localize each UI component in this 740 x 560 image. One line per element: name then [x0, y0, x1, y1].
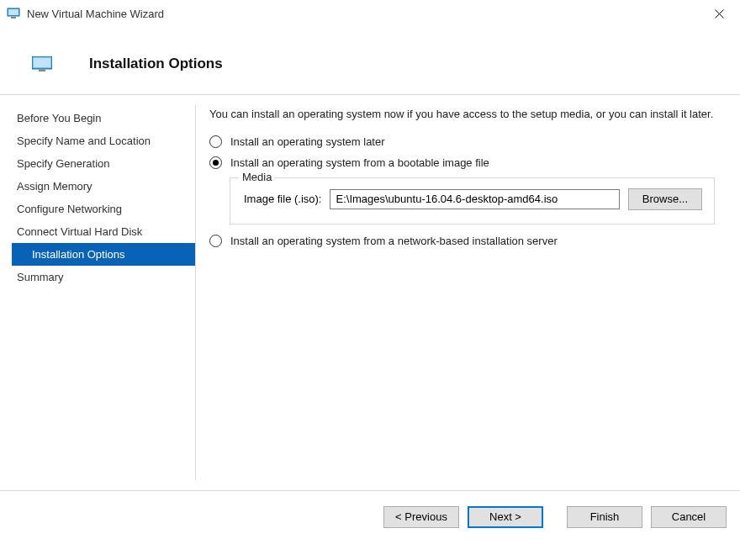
- media-legend: Media: [239, 171, 275, 183]
- option-install-from-network-label: Install an operating system from a netwo…: [230, 235, 558, 247]
- radio-install-from-network[interactable]: [209, 235, 222, 247]
- titlebar: New Virtual Machine Wizard: [0, 0, 740, 27]
- close-icon: [715, 9, 724, 18]
- option-install-from-image[interactable]: Install an operating system from a boota…: [209, 156, 715, 169]
- nav-before-you-begin[interactable]: Before You Begin: [12, 107, 195, 129]
- image-file-row: Image file (.iso): Browse...: [244, 188, 702, 210]
- svg-rect-5: [39, 70, 45, 72]
- intro-text: You can install an operating system now …: [209, 107, 715, 122]
- media-group: Media Image file (.iso): Browse...: [230, 177, 715, 225]
- page-title: Installation Options: [89, 55, 223, 72]
- main-panel: You can install an operating system now …: [196, 95, 740, 490]
- nav-assign-memory[interactable]: Assign Memory: [12, 175, 195, 198]
- option-install-later[interactable]: Install an operating system later: [209, 135, 715, 148]
- svg-rect-4: [34, 58, 51, 68]
- header-band: Installation Options: [0, 27, 740, 87]
- browse-button[interactable]: Browse...: [628, 188, 702, 210]
- app-icon: [7, 7, 20, 20]
- nav-specify-generation[interactable]: Specify Generation: [12, 152, 195, 175]
- nav-specify-name[interactable]: Specify Name and Location: [12, 129, 195, 152]
- wizard-icon: [32, 56, 52, 71]
- nav-configure-networking[interactable]: Configure Networking: [12, 198, 195, 220]
- footer: < Previous Next > Finish Cancel: [0, 490, 740, 542]
- wizard-nav: Before You Begin Specify Name and Locati…: [0, 95, 195, 490]
- svg-rect-2: [11, 17, 16, 18]
- svg-rect-1: [8, 9, 18, 15]
- option-install-later-label: Install an operating system later: [230, 135, 385, 148]
- radio-install-later[interactable]: [209, 135, 222, 148]
- previous-button[interactable]: < Previous: [383, 506, 459, 528]
- option-install-from-network[interactable]: Install an operating system from a netwo…: [209, 235, 715, 247]
- image-file-input[interactable]: [330, 189, 619, 209]
- window-title: New Virtual Machine Wizard: [27, 8, 164, 20]
- image-file-label: Image file (.iso):: [244, 193, 321, 205]
- close-button[interactable]: [700, 1, 738, 26]
- nav-connect-vhd[interactable]: Connect Virtual Hard Disk: [12, 220, 195, 243]
- cancel-button[interactable]: Cancel: [651, 506, 727, 528]
- content-area: Before You Begin Specify Name and Locati…: [0, 95, 740, 490]
- finish-button[interactable]: Finish: [567, 506, 642, 528]
- radio-install-from-image[interactable]: [209, 156, 222, 169]
- nav-installation-options[interactable]: Installation Options: [12, 243, 195, 266]
- next-button[interactable]: Next >: [468, 506, 543, 528]
- option-install-from-image-label: Install an operating system from a boota…: [230, 156, 489, 169]
- nav-summary[interactable]: Summary: [12, 266, 195, 288]
